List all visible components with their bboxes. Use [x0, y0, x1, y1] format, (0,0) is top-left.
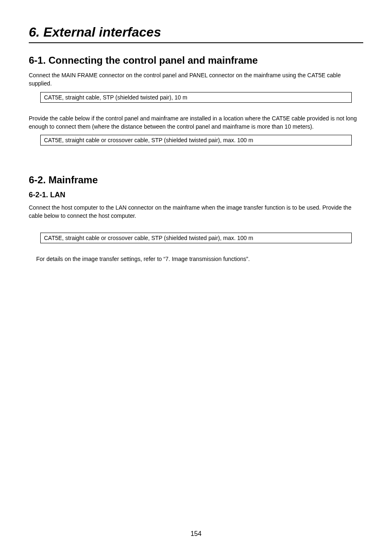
spec-box-cable-1: CAT5E, straight cable, STP (shielded twi… [40, 92, 352, 103]
chapter-underline [29, 42, 363, 43]
chapter-title: 6. External interfaces [29, 25, 363, 40]
subsection-6-2-1-para-1: Connect the host computer to the LAN con… [29, 203, 363, 220]
section-6-2-title: 6-2. Mainframe [29, 174, 363, 186]
section-6-1-title: 6-1. Connecting the control panel and ma… [29, 55, 363, 66]
spec-box-cable-3: CAT5E, straight cable or crossover cable… [40, 233, 352, 243]
subsection-6-2-1-note: For details on the image transfer settin… [36, 255, 363, 263]
section-6-1-para-2: Provide the cable below if the control p… [29, 114, 363, 131]
subsection-6-2-1-title: 6-2-1. LAN [29, 191, 363, 199]
section-6-1-para-1: Connect the MAIN FRAME connector on the … [29, 71, 363, 88]
spec-box-cable-2: CAT5E, straight cable or crossover cable… [40, 135, 352, 145]
page-number: 154 [0, 530, 392, 538]
